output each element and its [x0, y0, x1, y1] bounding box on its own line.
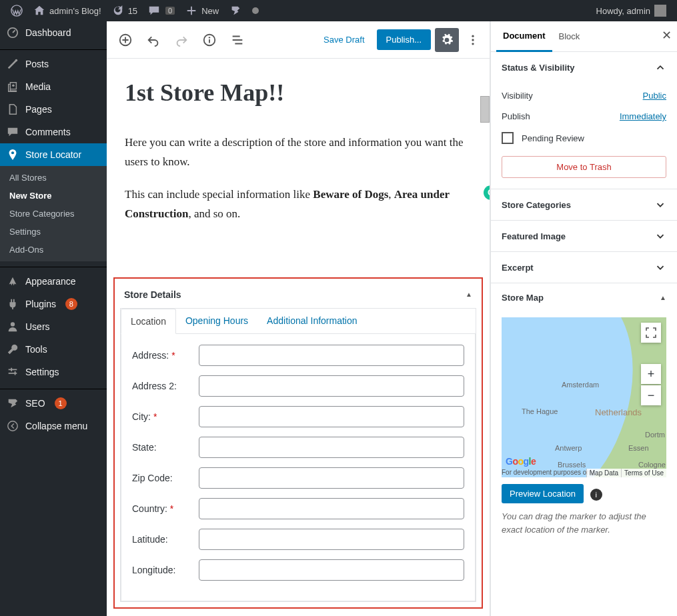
refresh[interactable]: 15 [107, 5, 143, 17]
comments-link[interactable]: 0 [143, 5, 180, 17]
publish-value[interactable]: Immediately [620, 111, 666, 121]
avatar [654, 5, 666, 17]
publish-button[interactable]: Publish... [377, 29, 431, 50]
svg-point-3 [12, 84, 15, 87]
admin-bar: admin's Blog! 15 0 New Howdy, admin [0, 0, 677, 21]
map-attribution: Map DataTerms of Use [586, 469, 666, 477]
preview-location-button[interactable]: Preview Location [502, 484, 584, 503]
site-link[interactable]: admin's Blog! [28, 5, 107, 17]
editor-body[interactable]: 1st Store Map!! Here you can write a des… [107, 59, 490, 616]
map-fullscreen-button[interactable] [641, 323, 661, 343]
metabox-header[interactable]: Store Details ▲ [120, 284, 476, 308]
visibility-value[interactable]: Public [643, 91, 666, 101]
status-dot [247, 7, 264, 14]
panel-head-excerpt[interactable]: Excerpt [491, 252, 677, 283]
label-address2: Address 2: [132, 381, 199, 391]
menu-store-locator[interactable]: Store Locator [0, 143, 107, 166]
plugins-badge: 8 [65, 298, 77, 310]
more-menu[interactable] [463, 33, 483, 47]
label-state: State: [132, 442, 199, 453]
chevron-up-icon [654, 61, 666, 73]
tab-additional-info[interactable]: Additional Information [257, 309, 366, 333]
label-city: City: * [132, 411, 199, 422]
menu-appearance[interactable]: Appearance [0, 270, 107, 293]
submenu-store-categories[interactable]: Store Categories [0, 205, 107, 223]
tab-block[interactable]: Block [552, 22, 587, 51]
undo-button[interactable] [141, 28, 165, 52]
submenu-new-store[interactable]: New Store [0, 187, 107, 205]
post-content: 1st Store Map!! Here you can write a des… [111, 79, 485, 264]
map-city-cologne: Cologne [638, 461, 666, 469]
save-draft-button[interactable]: Save Draft [315, 29, 372, 50]
chevron-down-icon [654, 261, 666, 273]
menu-plugins[interactable]: Plugins8 [0, 293, 107, 315]
panel-featured-image: Featured Image [491, 221, 677, 252]
menu-tools[interactable]: Tools [0, 338, 107, 361]
add-block-button[interactable] [113, 28, 137, 52]
settings-toggle[interactable] [435, 28, 459, 52]
close-sidebar-button[interactable]: ✕ [662, 28, 672, 43]
move-to-trash-button[interactable]: Move to Trash [502, 156, 666, 178]
redo-button[interactable] [169, 28, 193, 52]
panel-head-store-map[interactable]: Store Map▲ [491, 283, 677, 312]
label-longitude: Longitude: [132, 565, 199, 575]
new-content[interactable]: New [180, 5, 224, 17]
menu-seo[interactable]: SEO1 [0, 392, 107, 415]
panel-status-visibility: Status & Visibility VisibilityPublic Pub… [491, 52, 677, 189]
info-icon[interactable]: i [590, 489, 602, 501]
map-hint: You can drag the marker to adjust the ex… [502, 510, 666, 536]
location-form: Address: * Address 2: City: * State: Zip… [121, 334, 476, 601]
map-zoom-in-button[interactable]: + [641, 364, 661, 384]
wp-logo[interactable] [5, 5, 28, 17]
menu-settings[interactable]: Settings [0, 361, 107, 383]
grammarly-icon[interactable]: G [484, 185, 490, 200]
menu-comments[interactable]: Comments [0, 121, 107, 143]
menu-dashboard[interactable]: Dashboard [0, 21, 107, 44]
panel-head-status[interactable]: Status & Visibility [491, 52, 677, 83]
input-state[interactable] [199, 437, 464, 458]
submenu-settings[interactable]: Settings [0, 223, 107, 241]
tab-opening-hours[interactable]: Opening Hours [176, 309, 257, 333]
svg-point-2 [15, 59, 18, 62]
label-country: Country: * [132, 503, 199, 514]
post-paragraph[interactable]: Here you can write a description of the … [125, 133, 472, 172]
input-city[interactable] [199, 406, 464, 427]
svg-point-9 [209, 37, 210, 38]
tab-document[interactable]: Document [496, 21, 552, 52]
outline-button[interactable] [225, 28, 249, 52]
menu-posts[interactable]: Posts [0, 53, 107, 75]
submenu-all-stores[interactable]: All Stores [0, 169, 107, 187]
input-country[interactable] [199, 498, 464, 519]
admin-menu: Dashboard Posts Media Pages Comments Sto… [0, 21, 107, 616]
panel-head-store-categories[interactable]: Store Categories [491, 189, 677, 220]
panel-head-featured-image[interactable]: Featured Image [491, 221, 677, 251]
menu-collapse[interactable]: Collapse menu [0, 415, 107, 437]
document-sidebar: Document Block ✕ Status & Visibility Vis… [490, 21, 677, 616]
map-terms-link[interactable]: Terms of Use [621, 469, 666, 477]
menu-pages[interactable]: Pages [0, 98, 107, 121]
submenu-addons[interactable]: Add-Ons [0, 241, 107, 259]
seo-indicator[interactable] [224, 5, 247, 17]
menu-media[interactable]: Media [0, 75, 107, 98]
input-latitude[interactable] [199, 529, 464, 550]
map-data-link[interactable]: Map Data [586, 469, 621, 477]
post-title[interactable]: 1st Store Map!! [125, 79, 472, 107]
input-address[interactable] [199, 345, 464, 366]
account-greeting[interactable]: Howdy, admin [591, 5, 672, 17]
submenu-store-locator: All Stores New Store Store Categories Se… [0, 166, 107, 261]
post-paragraph[interactable]: This can include special information lik… [125, 185, 472, 224]
menu-users[interactable]: Users [0, 315, 107, 338]
pending-review-checkbox[interactable] [502, 132, 514, 144]
map-canvas[interactable]: Amsterdam The Hague Netherlands Antwerp … [502, 317, 666, 477]
map-city-brussels: Brussels [558, 461, 586, 469]
map-zoom-out-button[interactable]: − [641, 385, 661, 405]
input-address2[interactable] [199, 375, 464, 397]
collapse-icon: ▲ [466, 291, 472, 298]
info-button[interactable] [197, 28, 221, 52]
input-zip[interactable] [199, 467, 464, 489]
svg-point-6 [8, 421, 17, 431]
editor: Save Draft Publish... 1st Store Map!! He… [107, 21, 490, 616]
label-zip: Zip Code: [132, 473, 199, 483]
tab-location[interactable]: Location [121, 309, 176, 334]
input-longitude[interactable] [199, 559, 464, 581]
